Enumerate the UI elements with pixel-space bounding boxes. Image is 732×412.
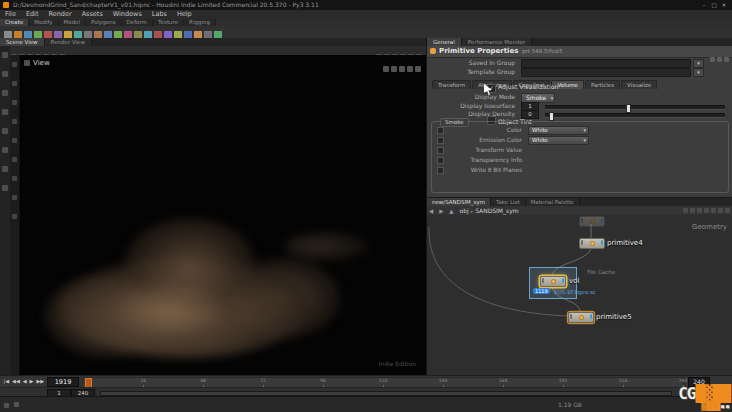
pane-tab-render-view[interactable]: Render View (45, 38, 92, 46)
node-primitive4[interactable] (579, 238, 605, 249)
window-maximize-button[interactable]: □ (709, 0, 719, 10)
shelf-tab-deform[interactable]: Deform (122, 19, 153, 26)
tool-icon[interactable] (2, 147, 8, 153)
playback-options-icon[interactable] (686, 390, 691, 395)
group-row-dropdown[interactable]: White (528, 136, 589, 145)
tool-icon[interactable] (2, 109, 8, 115)
tool-icon[interactable] (2, 71, 8, 77)
menu-edit[interactable]: Edit (21, 10, 44, 19)
viewport-toggle-icon[interactable] (399, 66, 405, 72)
menu-labs[interactable]: Labs (147, 10, 172, 19)
network-tool-icon[interactable] (683, 208, 688, 213)
shelf-tab-polygons[interactable]: Polygons (86, 19, 121, 26)
menu-file[interactable]: File (0, 10, 21, 19)
network-tool-icon[interactable] (725, 208, 730, 213)
viewport-pane-tabs: Scene ViewRender View (0, 38, 426, 46)
ghost-node[interactable] (579, 216, 605, 227)
shelf-tab-texture[interactable]: Texture (153, 19, 184, 26)
current-frame-field[interactable]: 1919 (47, 377, 79, 387)
slider-row: Display Isosurface1 (427, 102, 732, 110)
group-row-dropdown[interactable]: White (528, 126, 589, 135)
tool-icon[interactable] (2, 52, 8, 58)
network-context-label: Geometry (692, 223, 727, 231)
slider-handle[interactable] (549, 112, 554, 121)
param-tab-visualize[interactable]: Visualize (621, 80, 657, 89)
viewport-side-icon[interactable] (12, 195, 17, 200)
end-frame-field[interactable]: 240 (688, 377, 710, 387)
network-tool-icon[interactable] (718, 208, 723, 213)
window-close-button[interactable]: ✕ (719, 0, 729, 10)
network-tool-icon[interactable] (697, 208, 702, 213)
group-parameter-row: ColorWhite (432, 126, 728, 135)
node-vol[interactable] (540, 276, 566, 287)
play-reverse-button[interactable]: ◀ (21, 378, 28, 384)
frame-back-button[interactable]: ◀◀ (11, 378, 22, 384)
pane-tab-general[interactable]: General (427, 38, 462, 46)
shelf-tab-rigging[interactable]: Rigging (184, 19, 216, 26)
field-dropdown-icon[interactable]: ▾ (693, 59, 704, 68)
shelf-tab-model[interactable]: Model (59, 19, 87, 26)
window-minimize-button[interactable]: – (699, 0, 709, 10)
group-checkbox[interactable] (437, 127, 444, 134)
node-primitive5[interactable] (568, 312, 594, 323)
message-log-icon[interactable] (4, 403, 9, 408)
display-flag-icon[interactable] (562, 278, 564, 283)
param-tab-particles[interactable]: Particles (585, 80, 620, 89)
viewport-side-icon[interactable] (12, 214, 17, 219)
field-input[interactable] (521, 59, 691, 68)
menu-render[interactable]: Render (43, 10, 76, 19)
slider-track[interactable] (545, 113, 725, 118)
titlebar-controls: –□✕ (699, 0, 729, 10)
viewport-side-icon[interactable] (12, 100, 17, 105)
tool-icon[interactable] (2, 166, 8, 172)
menu-help[interactable]: Help (172, 10, 197, 19)
viewport-side-icon[interactable] (12, 176, 17, 181)
group-checkbox[interactable] (437, 157, 444, 164)
shelf-tab-modify[interactable]: Modify (29, 19, 58, 26)
frame-forward-button[interactable]: ▶▶ (35, 378, 46, 384)
group-checkbox[interactable] (437, 147, 444, 154)
tool-icon[interactable] (2, 90, 8, 96)
tool-icon[interactable] (2, 185, 8, 191)
network-canvas[interactable]: Geometry primitive4 vol File Cache 1119 … (427, 215, 732, 376)
pane-tab-performance-monitor[interactable]: Performance Monitor (462, 38, 533, 46)
group-row-label: Transform Value (446, 146, 522, 154)
pane-tab-scene-view[interactable]: Scene View (0, 38, 45, 46)
viewport-toggle-icon[interactable] (391, 66, 397, 72)
node-flag-icon[interactable] (570, 314, 572, 319)
network-tab-0[interactable]: new/SANDSIM_sym (427, 198, 491, 206)
display-flag-icon[interactable] (601, 240, 603, 245)
field-dropdown-icon[interactable]: ▾ (693, 68, 704, 77)
network-pane-tabs: new/SANDSIM_symTake ListMaterial Palette (427, 198, 732, 206)
shelf-tab-create[interactable]: Create (0, 19, 29, 26)
network-tab-1[interactable]: Take List (491, 198, 526, 206)
network-tool-icon[interactable] (690, 208, 695, 213)
titlebar: D:/DesmondGrind_Sand/chapterV1_v01.hipnc… (0, 0, 732, 10)
network-tab-2[interactable]: Material Palette (526, 198, 580, 206)
menu-windows[interactable]: Windows (108, 10, 147, 19)
viewport-side-icon[interactable] (12, 138, 17, 143)
display-flag-icon[interactable] (590, 314, 592, 319)
group-checkbox[interactable] (437, 167, 444, 174)
menu-assets[interactable]: Assets (77, 10, 108, 19)
jump-start-button[interactable]: |◀ (2, 378, 11, 384)
viewport-side-icon[interactable] (12, 157, 17, 162)
viewport-toggle-icon[interactable] (383, 66, 389, 72)
breadcrumb-item[interactable]: SANDSIM_sym (473, 206, 520, 215)
network-tool-icon[interactable] (704, 208, 709, 213)
scene-viewport[interactable]: View Indie Edition (10, 55, 426, 375)
node-flag-icon[interactable] (542, 278, 544, 283)
viewport-toggle-icon[interactable] (415, 66, 421, 72)
tool-icon[interactable] (2, 128, 8, 134)
play-button[interactable]: ▶ (28, 378, 35, 384)
viewport-toggle-icon[interactable] (407, 66, 413, 72)
param-tab-transform[interactable]: Transform (432, 80, 471, 89)
viewport-side-icon[interactable] (12, 81, 17, 86)
breadcrumb-item[interactable]: obj (457, 206, 470, 215)
help-icon[interactable] (14, 402, 19, 407)
node-flag-icon[interactable] (581, 240, 583, 245)
viewport-side-icon[interactable] (12, 62, 17, 67)
viewport-side-icon[interactable] (12, 119, 17, 124)
group-checkbox[interactable] (437, 137, 444, 144)
network-tool-icon[interactable] (711, 208, 716, 213)
